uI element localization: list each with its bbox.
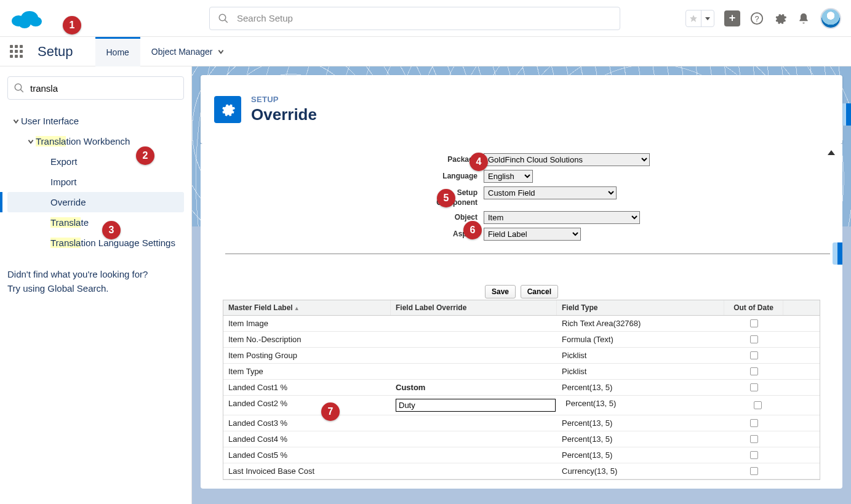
gear-icon[interactable] xyxy=(773,12,787,25)
checkbox-icon xyxy=(750,367,758,375)
tree-label: Translation Workbench xyxy=(36,136,130,146)
bell-icon[interactable] xyxy=(797,12,810,25)
checkbox-icon xyxy=(750,451,758,459)
out-of-date-cell xyxy=(724,463,783,479)
out-of-date-cell xyxy=(724,364,783,379)
override-cell[interactable] xyxy=(391,348,557,363)
table-row[interactable]: Item No.-DescriptionFormula (Text) xyxy=(223,332,820,348)
side-flag-icon[interactable] xyxy=(833,242,842,265)
tab-object-manager[interactable]: Object Manager xyxy=(140,37,236,66)
object-select[interactable]: Item xyxy=(484,211,640,224)
sidebar-help-text: Didn't find what you're looking for? Try… xyxy=(7,268,184,295)
override-cell[interactable] xyxy=(391,415,557,431)
setup-component-select[interactable]: Custom Field xyxy=(484,186,617,199)
salesforce-logo[interactable] xyxy=(10,7,42,30)
override-cell[interactable] xyxy=(391,332,557,347)
annotation-3: 3 xyxy=(102,221,121,239)
table-row[interactable]: Landed Cost2 %Percent(13, 5) xyxy=(223,396,820,415)
table-row[interactable]: Item Posting GroupPicklist xyxy=(223,348,820,364)
favorites-dropdown[interactable] xyxy=(685,10,714,27)
col-field-type[interactable]: Field Type xyxy=(557,300,724,315)
override-cell[interactable] xyxy=(391,396,561,415)
svg-line-5 xyxy=(225,20,228,23)
cancel-button[interactable]: Cancel xyxy=(521,285,558,298)
table-row[interactable]: Item TypePicklist xyxy=(223,364,820,380)
side-flag-icon[interactable] xyxy=(841,103,851,126)
override-cell[interactable] xyxy=(391,364,557,379)
divider xyxy=(225,254,830,254)
field-type-cell: Picklist xyxy=(557,348,724,363)
table-row[interactable]: Landed Cost4 %Percent(13, 5) xyxy=(223,431,820,447)
override-cell[interactable] xyxy=(391,463,557,479)
override-cell[interactable] xyxy=(391,316,557,331)
annotation-4: 4 xyxy=(469,153,488,171)
tree-translation-workbench[interactable]: Translation Workbench xyxy=(7,131,184,151)
override-cell[interactable] xyxy=(391,447,557,463)
tree-user-interface[interactable]: User Interface xyxy=(7,111,184,131)
avatar[interactable] xyxy=(820,8,841,29)
checkbox-icon xyxy=(750,467,758,475)
col-out-of-date[interactable]: Out of Date xyxy=(724,300,783,315)
add-button[interactable]: + xyxy=(724,10,740,26)
field-type-cell: Percent(13, 5) xyxy=(557,415,724,431)
language-select[interactable]: English xyxy=(484,170,533,183)
tab-home[interactable]: Home xyxy=(95,37,140,66)
tree-translation-language-settings[interactable]: Translation Language Settings xyxy=(7,233,184,253)
table-row[interactable]: Landed Cost3 %Percent(13, 5) xyxy=(223,415,820,431)
table-row[interactable]: Landed Cost5 %Percent(13, 5) xyxy=(223,447,820,463)
checkbox-icon xyxy=(754,401,762,409)
checkbox-icon xyxy=(750,319,758,327)
save-button[interactable]: Save xyxy=(485,285,516,298)
out-of-date-cell xyxy=(728,396,787,415)
page-eyebrow: SETUP xyxy=(251,95,317,104)
svg-point-10 xyxy=(15,84,22,90)
col-master-field-label[interactable]: Master Field Label▲ xyxy=(223,300,391,315)
scroll-up-icon[interactable] xyxy=(828,150,835,155)
global-header: + ? xyxy=(0,0,851,37)
tree-translate[interactable]: Translate xyxy=(7,212,184,233)
global-search-input[interactable] xyxy=(209,7,620,30)
package-select[interactable]: GoldFinch Cloud Solutions xyxy=(484,153,650,166)
tree-override[interactable]: Override xyxy=(7,192,184,212)
checkbox-icon xyxy=(750,435,758,443)
app-name: Setup xyxy=(38,44,73,60)
table-row[interactable]: Item ImageRich Text Area(32768) xyxy=(223,316,820,332)
svg-line-11 xyxy=(20,89,23,92)
aspect-select[interactable]: Field Label xyxy=(484,228,581,241)
field-type-cell: Picklist xyxy=(557,364,724,379)
search-icon xyxy=(14,82,25,94)
master-label-cell: Last Invoiced Base Cost xyxy=(223,463,391,479)
override-cell[interactable] xyxy=(391,431,557,447)
help-icon[interactable]: ? xyxy=(750,12,764,25)
field-type-cell: Percent(13, 5) xyxy=(557,447,724,463)
language-label: Language xyxy=(201,170,484,182)
svg-marker-6 xyxy=(690,15,697,22)
app-launcher-icon[interactable] xyxy=(10,45,23,58)
out-of-date-cell xyxy=(724,447,783,463)
field-type-cell: Rich Text Area(32768) xyxy=(557,316,724,331)
col-field-label-override[interactable]: Field Label Override xyxy=(391,300,557,315)
star-icon xyxy=(686,10,701,26)
override-panel: Package GoldFinch Cloud Solutions Langua… xyxy=(201,144,842,489)
table-row[interactable]: Landed Cost1 %CustomPercent(13, 5) xyxy=(223,380,820,396)
out-of-date-cell xyxy=(724,431,783,447)
package-label: Package xyxy=(201,153,484,165)
quick-find-input[interactable] xyxy=(7,76,184,100)
master-label-cell: Landed Cost3 % xyxy=(223,415,391,431)
out-of-date-cell xyxy=(724,316,783,331)
override-cell[interactable]: Custom xyxy=(391,380,557,395)
svg-point-3 xyxy=(18,18,31,28)
svg-point-4 xyxy=(219,14,226,21)
context-nav: Setup Home Object Manager xyxy=(0,37,851,66)
master-label-cell: Item Image xyxy=(223,316,391,331)
annotation-5: 5 xyxy=(437,189,455,207)
master-label-cell: Landed Cost5 % xyxy=(223,447,391,463)
out-of-date-cell xyxy=(724,380,783,395)
checkbox-icon xyxy=(750,351,758,359)
tree-import[interactable]: Import xyxy=(7,172,184,192)
table-row[interactable]: Last Invoiced Base CostCurrency(13, 5) xyxy=(223,463,820,479)
field-type-cell: Percent(13, 5) xyxy=(561,396,728,415)
tree-export[interactable]: Export xyxy=(7,151,184,172)
aspect-label: Aspect xyxy=(201,228,484,239)
override-input[interactable] xyxy=(396,399,556,412)
